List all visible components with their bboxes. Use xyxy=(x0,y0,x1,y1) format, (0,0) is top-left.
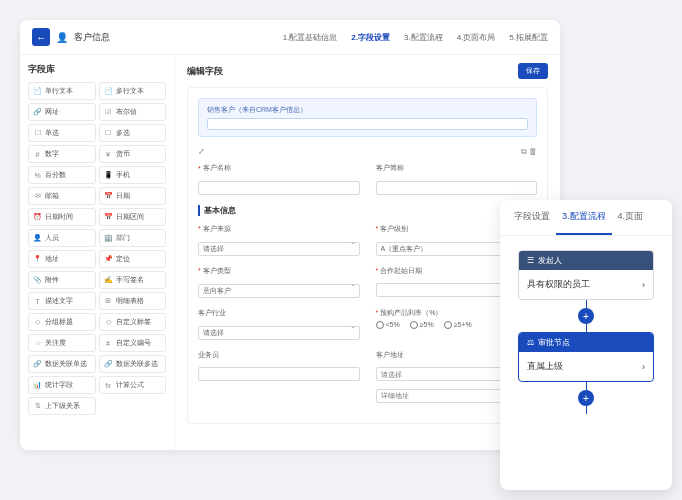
field-type-item[interactable]: ¥货币 xyxy=(99,145,167,163)
customer-short-input[interactable] xyxy=(376,181,538,195)
float-tab-fields[interactable]: 字段设置 xyxy=(508,200,556,235)
field-type-item[interactable]: 🔗数据关联单选 xyxy=(28,355,96,373)
field-icon: ☐ xyxy=(104,129,113,137)
field-icon: 🔗 xyxy=(33,360,42,368)
chevron-right-icon: › xyxy=(642,362,645,372)
section-title: 基本信息 xyxy=(198,205,537,216)
field-type-item[interactable]: 📱手机 xyxy=(99,166,167,184)
rate-opt-1[interactable]: <5% xyxy=(376,321,400,329)
field-type-item[interactable]: ◇分组标题 xyxy=(28,313,96,331)
type-select[interactable] xyxy=(198,284,360,298)
step-nav: 1.配置基础信息 2.字段设置 3.配置流程 4.页面布局 5.拓展配置 xyxy=(283,32,548,43)
save-button[interactable]: 保存 xyxy=(518,63,548,79)
source-select[interactable] xyxy=(198,242,360,256)
field-icon: fx xyxy=(104,382,113,389)
field-type-item[interactable]: 👤人员 xyxy=(28,229,96,247)
field-label: 布尔值 xyxy=(116,107,137,117)
add-node-button[interactable]: + xyxy=(578,390,594,406)
step-2[interactable]: 2.字段设置 xyxy=(351,32,390,43)
field-icon: 📄 xyxy=(104,87,113,95)
field-label: 自定义编号 xyxy=(116,338,151,348)
back-button[interactable]: ← xyxy=(32,28,50,46)
step-5[interactable]: 5.拓展配置 xyxy=(509,32,548,43)
field-type-item[interactable]: ◇自定义标签 xyxy=(99,313,167,331)
field-type-item[interactable]: ☐多选 xyxy=(99,124,167,142)
field-label: 多行文本 xyxy=(116,86,144,96)
field-type-item[interactable]: 📅日期 xyxy=(99,187,167,205)
field-type-item[interactable]: ☆关注度 xyxy=(28,334,96,352)
field-icon: 📅 xyxy=(104,192,113,200)
field-type-item[interactable]: ⇅上下级关系 xyxy=(28,397,96,415)
step-1[interactable]: 1.配置基础信息 xyxy=(283,32,338,43)
step-4[interactable]: 4.页面布局 xyxy=(457,32,496,43)
field-type-item[interactable]: fx计算公式 xyxy=(99,376,167,394)
field-label: 客户类型 xyxy=(203,266,231,276)
field-icon: % xyxy=(33,172,42,179)
field-icon: 📱 xyxy=(104,171,113,179)
field-label: 关注度 xyxy=(45,338,66,348)
field-type-item[interactable]: 📄多行文本 xyxy=(99,82,167,100)
field-type-item[interactable]: ✉邮箱 xyxy=(28,187,96,205)
field-label: 客户级别 xyxy=(380,224,408,234)
field-label: 网址 xyxy=(45,107,59,117)
field-type-item[interactable]: ☐单选 xyxy=(28,124,96,142)
step-3[interactable]: 3.配置流程 xyxy=(404,32,443,43)
field-type-item[interactable]: 🔗数据关联多选 xyxy=(99,355,167,373)
field-label: 客户地址 xyxy=(376,350,404,360)
field-icon: ☆ xyxy=(33,339,42,347)
field-type-item[interactable]: #数字 xyxy=(28,145,96,163)
sales-input[interactable] xyxy=(198,367,360,381)
float-tab-page[interactable]: 4.页面 xyxy=(612,200,650,235)
field-type-item[interactable]: 📌定位 xyxy=(99,250,167,268)
approval-icon: ⚖ xyxy=(527,338,534,347)
field-type-item[interactable]: ✍手写签名 xyxy=(99,271,167,289)
field-type-item[interactable]: 📅日期区间 xyxy=(99,208,167,226)
float-tab-flow[interactable]: 3.配置流程 xyxy=(556,200,612,235)
selected-field[interactable]: 销售客户（来自CRM客户信息） xyxy=(198,98,537,137)
flow-node-approval[interactable]: ⚖审批节点 直属上级› xyxy=(518,332,654,382)
field-label: 日期时间 xyxy=(45,212,73,222)
field-type-item[interactable]: T描述文字 xyxy=(28,292,96,310)
selected-field-label: 销售客户（来自CRM客户信息） xyxy=(207,105,528,115)
field-icon: 🏢 xyxy=(104,234,113,242)
field-type-item[interactable]: #自定义编号 xyxy=(99,334,167,352)
field-type-item[interactable]: ⏰日期时间 xyxy=(28,208,96,226)
selected-field-input[interactable] xyxy=(207,118,528,130)
field-type-item[interactable]: 📎附件 xyxy=(28,271,96,289)
field-icon: ⊞ xyxy=(104,297,113,305)
field-type-item[interactable]: ☑布尔值 xyxy=(99,103,167,121)
field-icon: # xyxy=(33,151,42,158)
field-type-item[interactable]: 🏢部门 xyxy=(99,229,167,247)
expand-icon[interactable]: ⤢ xyxy=(198,147,205,157)
field-type-item[interactable]: %百分数 xyxy=(28,166,96,184)
field-icon: 🔗 xyxy=(104,360,113,368)
delete-icon[interactable]: 🗑 xyxy=(529,147,537,156)
page-title: 客户信息 xyxy=(74,31,110,44)
field-icon: 🔗 xyxy=(33,108,42,116)
field-label: 定位 xyxy=(116,254,130,264)
field-label: 数据关联单选 xyxy=(45,359,87,369)
field-icon: ⏰ xyxy=(33,213,42,221)
field-label: 自定义标签 xyxy=(116,317,151,327)
field-type-item[interactable]: ⊞明细表格 xyxy=(99,292,167,310)
field-type-item[interactable]: 🔗网址 xyxy=(28,103,96,121)
field-label: 计算公式 xyxy=(116,380,144,390)
field-label: 客户来源 xyxy=(203,224,231,234)
rate-opt-2[interactable]: ≥5% xyxy=(410,321,434,329)
field-label: 单选 xyxy=(45,128,59,138)
copy-icon[interactable]: ⧉ xyxy=(521,147,527,156)
field-type-item[interactable]: 📄单行文本 xyxy=(28,82,96,100)
add-node-button[interactable]: + xyxy=(578,308,594,324)
industry-select[interactable] xyxy=(198,326,360,340)
customer-name-input[interactable] xyxy=(198,181,360,195)
flow-node-initiator[interactable]: ☰发起人 具有权限的员工› xyxy=(518,250,654,300)
field-type-item[interactable]: 📊统计字段 xyxy=(28,376,96,394)
field-type-item[interactable]: 📍地址 xyxy=(28,250,96,268)
field-label: 附件 xyxy=(45,275,59,285)
rate-opt-3[interactable]: ≥5+% xyxy=(444,321,472,329)
field-icon: 👤 xyxy=(33,234,42,242)
field-label: 分组标题 xyxy=(45,317,73,327)
field-icon: # xyxy=(104,340,113,347)
field-label: 统计字段 xyxy=(45,380,73,390)
field-label: 邮箱 xyxy=(45,191,59,201)
